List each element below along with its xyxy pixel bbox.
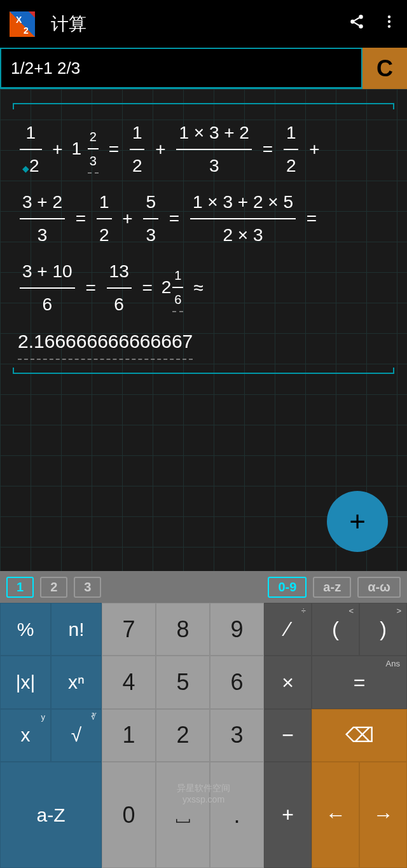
key-equals[interactable]: =Ans bbox=[312, 656, 407, 708]
tab-mode-alpha[interactable]: a-z bbox=[313, 577, 351, 598]
clear-button[interactable]: C bbox=[362, 48, 407, 89]
svg-point-10 bbox=[388, 25, 390, 27]
key-x[interactable]: xy bbox=[0, 709, 51, 762]
svg-point-6 bbox=[350, 20, 355, 24]
key-power[interactable]: xⁿ bbox=[51, 656, 102, 708]
key-add[interactable]: + bbox=[264, 762, 312, 868]
key-7[interactable]: 7 bbox=[102, 603, 156, 656]
key-abs[interactable]: |x| bbox=[0, 656, 51, 708]
tab-page-3[interactable]: 3 bbox=[74, 577, 101, 598]
key-cursor-right[interactable]: → bbox=[359, 762, 407, 868]
key-dot[interactable]: . bbox=[210, 762, 264, 868]
app-icon: X2 bbox=[10, 11, 35, 37]
svg-point-8 bbox=[388, 15, 390, 18]
key-3[interactable]: 3 bbox=[210, 709, 264, 762]
expression-input[interactable]: 1/2+1 2/3 bbox=[0, 48, 362, 89]
key-rparen[interactable]: )> bbox=[359, 603, 407, 656]
key-9[interactable]: 9 bbox=[210, 603, 264, 656]
add-fab[interactable]: + bbox=[327, 491, 388, 552]
key-5[interactable]: 5 bbox=[156, 656, 210, 708]
key-backspace[interactable]: ⌫ bbox=[312, 709, 407, 762]
keyboard-tabs: 1 2 3 0-9 a-z α-ω bbox=[0, 571, 407, 603]
more-icon[interactable] bbox=[381, 13, 397, 34]
tab-page-2[interactable]: 2 bbox=[40, 577, 67, 598]
key-sqrt[interactable]: √∛ bbox=[51, 709, 102, 762]
key-1[interactable]: 1 bbox=[102, 709, 156, 762]
svg-text:2: 2 bbox=[24, 25, 29, 36]
key-divide[interactable]: ∕÷ bbox=[264, 603, 312, 656]
key-multiply[interactable]: × bbox=[264, 656, 312, 708]
svg-text:X: X bbox=[16, 15, 22, 25]
tab-mode-numeric[interactable]: 0-9 bbox=[268, 577, 307, 598]
share-icon[interactable] bbox=[348, 13, 365, 34]
key-2[interactable]: 2 bbox=[156, 709, 210, 762]
key-percent[interactable]: % bbox=[0, 603, 51, 656]
tab-mode-greek[interactable]: α-ω bbox=[357, 577, 401, 598]
key-lparen[interactable]: (< bbox=[312, 603, 359, 656]
key-space[interactable]: ⎵ bbox=[156, 762, 210, 868]
key-alpha-toggle[interactable]: a-Z bbox=[0, 762, 102, 868]
key-cursor-left[interactable]: ← bbox=[312, 762, 359, 868]
key-6[interactable]: 6 bbox=[210, 656, 264, 708]
math-display: 1◆2 + 1 23 = 12 + 1 × 3 + 23 = 12 + 3 + … bbox=[0, 89, 407, 571]
svg-point-9 bbox=[388, 20, 390, 23]
key-factorial[interactable]: n! bbox=[51, 603, 102, 656]
key-8[interactable]: 8 bbox=[156, 603, 210, 656]
key-4[interactable]: 4 bbox=[102, 656, 156, 708]
key-subtract[interactable]: − bbox=[264, 709, 312, 762]
tab-page-1[interactable]: 1 bbox=[6, 577, 34, 598]
key-0[interactable]: 0 bbox=[102, 762, 156, 868]
page-title: 计算 bbox=[51, 12, 333, 36]
svg-point-7 bbox=[359, 24, 363, 29]
svg-point-5 bbox=[359, 15, 363, 19]
